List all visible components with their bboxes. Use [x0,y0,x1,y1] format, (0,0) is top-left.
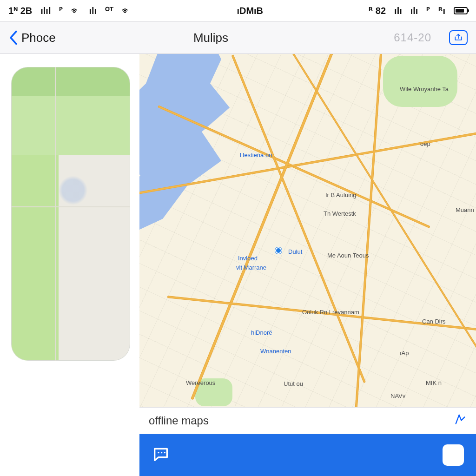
nav-bar: Phoce Mulips 614-20 [0,21,476,54]
map-place-label: oep [420,140,430,147]
map-place-label: Can Dlrs [422,318,446,325]
status-indicator: ᴼᵀ [105,5,113,16]
svg-point-1 [161,452,162,453]
nav-action-button[interactable] [449,30,468,45]
status-right: ᴿ 82 ılı ılı ᴾ ᴿı [369,5,468,16]
bottom-bar-right-button[interactable] [443,444,464,466]
battery-icon [454,7,468,14]
bottom-action-bar [139,434,476,476]
bottom-bar-left-button[interactable] [152,445,170,465]
status-indicator: 1ᴺ 2B [8,5,32,16]
map-place-label: Hestiena on [240,152,272,159]
status-bar: 1ᴺ 2B ılıl ᴾ ᯤ ılı ᴼᵀ ᯤ ıDMıB ᴿ 82 ılı ı… [0,0,476,21]
map-location-pin[interactable] [275,247,282,254]
svg-point-0 [158,452,159,453]
offline-maps-label: offline maps [149,414,209,427]
cellular-signal-icon: ılı [394,6,402,16]
map-place-label: MIK n [426,379,442,386]
nav-aux-text: 614-20 [394,31,431,44]
status-indicator: ᴿı [438,5,445,16]
map-place-label: Wereerous [186,379,215,386]
chat-icon [152,445,170,463]
cellular-signal-icon: ılı [89,6,97,16]
map-place-label: Me Aoun Teous [327,252,369,259]
map-place-label: Utut ou [284,380,303,387]
wifi-icon: ᯤ [122,6,131,16]
map-place-label: Wile Wroyanhe Ta [400,86,449,93]
map-place-label: Muann [456,206,474,213]
share-icon [454,33,463,42]
map-place-label: Ir B Auluing [325,192,357,198]
wifi-icon: ᯤ [71,6,80,16]
map-place-label: hiDnorë [251,329,272,336]
status-indicator: ᴾ [59,5,63,16]
offline-maps-action[interactable] [454,413,467,429]
map-place-label: Dulut [288,248,302,255]
offline-maps-bar[interactable]: offline maps [139,407,476,434]
cellular-signal-icon: ılıl [40,6,51,16]
map-place-label: vlt Marrane [236,264,266,271]
map-place-label: NAVv [390,392,405,399]
map-place-label: Wnanenten [260,348,291,355]
status-indicator: ᴿ 82 [369,5,386,16]
map-column: Hestiena onIr B AuluingTh WertestkWile W… [139,54,476,476]
route-icon [454,413,467,426]
svg-point-2 [164,452,165,453]
status-left: 1ᴺ 2B ılıl ᴾ ᯤ ılı ᴼᵀ ᯤ [8,5,131,16]
status-center-text: ıDMıB [237,6,263,16]
cellular-signal-icon: ılı [410,6,418,16]
map-place-label: ıAp [400,350,409,357]
map-thumbnail-column [0,54,139,476]
map-place-label: Th Wertestk [324,210,356,217]
map-thumbnail[interactable] [11,67,130,361]
status-indicator: ᴾ [426,5,430,16]
page-title: Mulips [34,31,388,45]
content: Hestiena onIr B AuluingTh WertestkWile W… [0,54,476,476]
map-place-label: Invloed [238,255,258,262]
map-place-label: Ooluk Rn Lrevannam [302,309,359,316]
chevron-left-icon [8,31,19,45]
